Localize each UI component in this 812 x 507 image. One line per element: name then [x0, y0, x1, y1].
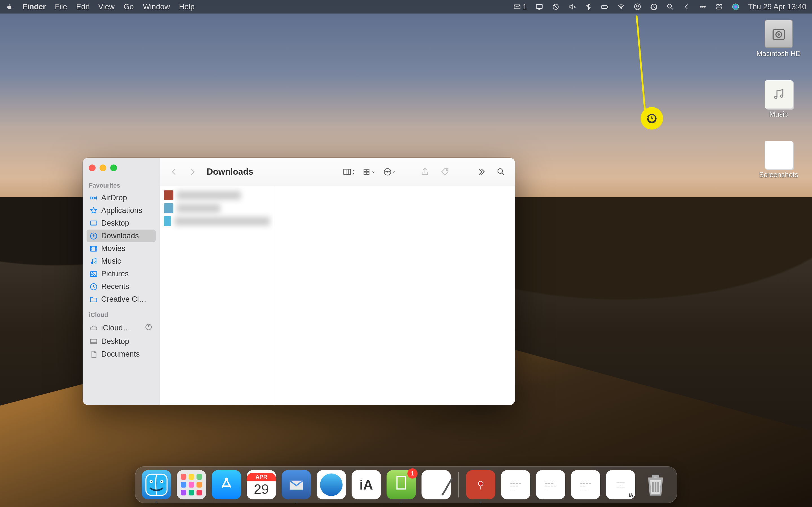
battery-icon[interactable] — [601, 3, 609, 11]
svg-point-47 — [150, 481, 153, 483]
control-center-icon[interactable] — [715, 3, 723, 11]
nav-forward-button[interactable] — [186, 166, 199, 178]
sidebar-item-airdrop[interactable]: AirDrop — [87, 191, 156, 204]
sidebar-item-icloud-desktop[interactable]: Desktop — [87, 335, 156, 348]
file-column[interactable]: ████████ ████ ██████████████ — [160, 186, 274, 405]
dock-green-app[interactable]: 1 — [387, 470, 416, 499]
more-icon[interactable] — [699, 3, 707, 11]
dock-safari[interactable] — [317, 470, 346, 499]
menu-file[interactable]: File — [55, 3, 67, 11]
svg-rect-1 — [536, 4, 542, 8]
finder-content: ████████ ████ ██████████████ — [160, 186, 515, 405]
calendar-month: APR — [247, 473, 276, 482]
dock-calendar[interactable]: APR 29 — [247, 470, 276, 499]
dock-minimized-window[interactable]: — — —— — — —— —— — — — [571, 470, 600, 499]
svg-point-11 — [702, 6, 703, 7]
menu-help[interactable]: Help — [179, 3, 195, 11]
file-row[interactable]: ████ — [160, 202, 274, 215]
svg-rect-34 — [91, 339, 97, 343]
dock-launchpad[interactable] — [177, 470, 206, 499]
menu-go[interactable]: Go — [124, 3, 134, 11]
menu-datetime[interactable]: Thu 29 Apr 13:40 — [748, 3, 806, 11]
dock-thunderbird[interactable] — [282, 470, 311, 499]
share-button[interactable] — [419, 166, 431, 178]
preview-column — [274, 186, 515, 405]
window-controls — [87, 163, 156, 179]
sidebar-item-creative-cloud[interactable]: Creative Cl… — [87, 293, 156, 305]
sidebar-item-pictures[interactable]: Pictures — [87, 268, 156, 280]
apple-menu[interactable] — [6, 3, 13, 11]
finder-toolbar: Downloads — [160, 158, 515, 186]
finder-window: Favourites AirDrop Applications Desktop … — [83, 158, 515, 405]
display-icon[interactable] — [536, 3, 543, 11]
dock-finder[interactable] — [142, 470, 171, 499]
mail-badge-count: 1 — [523, 3, 527, 11]
svg-point-41 — [386, 171, 387, 172]
fullscreen-button[interactable] — [110, 165, 117, 171]
sidebar-item-label: AirDrop — [101, 193, 127, 202]
siri-icon[interactable] — [732, 3, 740, 11]
calendar-day: 29 — [254, 482, 269, 497]
sidebar-item-applications[interactable]: Applications — [87, 204, 156, 217]
svg-rect-37 — [367, 169, 369, 171]
desktop-screenshots-folder[interactable]: Screenshots — [759, 141, 798, 179]
menu-window[interactable]: Window — [143, 3, 170, 11]
svg-point-24 — [93, 197, 95, 199]
dock-app-store[interactable] — [212, 470, 241, 499]
menu-edit[interactable]: Edit — [76, 3, 89, 11]
tags-button[interactable] — [439, 166, 451, 178]
sidebar-item-movies[interactable]: Movies — [87, 242, 156, 255]
sidebar-item-desktop[interactable]: Desktop — [87, 217, 156, 230]
music-file-icon — [765, 80, 793, 108]
sidebar-item-label: Desktop — [101, 337, 129, 346]
desktop-icon-label: Music — [769, 110, 788, 118]
sidebar-item-icloud-documents[interactable]: Documents — [87, 348, 156, 360]
desktop-music-folder[interactable]: Music — [765, 80, 793, 118]
dock-trash[interactable] — [641, 470, 670, 499]
mail-status-icon[interactable]: 1 — [513, 3, 527, 11]
dock-recent-app[interactable] — [466, 470, 495, 499]
dock-minimized-window[interactable]: — — — —— — —— — — —— — [536, 470, 565, 499]
user-icon[interactable] — [633, 3, 642, 11]
icloud-sync-icon — [144, 323, 153, 333]
do-not-disturb-icon[interactable] — [552, 3, 560, 11]
action-menu-button[interactable] — [383, 166, 396, 178]
time-machine-menu-icon[interactable] — [650, 3, 658, 11]
nav-back-button[interactable] — [168, 166, 180, 178]
sidebar-item-music[interactable]: Music — [87, 255, 156, 268]
menu-view[interactable]: View — [98, 3, 115, 11]
sidebar-item-label: Desktop — [101, 219, 129, 228]
close-button[interactable] — [89, 165, 96, 171]
svg-point-9 — [668, 4, 672, 8]
file-row[interactable]: ██████████████ — [160, 215, 274, 228]
bluetooth-icon[interactable] — [585, 3, 592, 11]
minimize-button[interactable] — [100, 165, 106, 171]
file-thumbnail — [164, 203, 173, 213]
svg-rect-27 — [91, 246, 97, 251]
spotlight-icon[interactable] — [666, 3, 674, 11]
dock-minimized-window[interactable]: — — —— —— — —iA — [606, 470, 635, 499]
svg-rect-18 — [773, 30, 784, 40]
app-name[interactable]: Finder — [22, 3, 46, 11]
search-button[interactable] — [495, 166, 507, 178]
volume-muted-icon[interactable] — [568, 3, 576, 11]
view-options-button[interactable] — [363, 166, 375, 178]
file-name: ████ — [177, 204, 220, 213]
view-columns-button[interactable] — [343, 166, 355, 178]
file-name: ██████████████ — [174, 217, 270, 226]
svg-rect-4 — [607, 6, 608, 8]
wifi-icon[interactable] — [617, 3, 625, 11]
svg-rect-39 — [367, 172, 369, 174]
sidebar-item-recents[interactable]: Recents — [87, 280, 156, 293]
desktop-macintosh-hd[interactable]: Macintosh HD — [756, 20, 801, 58]
dock-separator — [458, 472, 459, 497]
sidebar-item-downloads[interactable]: Downloads — [87, 230, 156, 242]
dock-minimized-window[interactable]: — — —— — — —— — —— — — [501, 470, 530, 499]
sidebar-item-label: Music — [101, 257, 121, 266]
dock-textedit[interactable] — [421, 470, 451, 499]
sidebar-item-icloud-drive[interactable]: iCloud… — [87, 321, 156, 335]
dock-ia-writer[interactable]: iA — [352, 470, 381, 499]
overflow-button[interactable] — [474, 166, 487, 178]
back-icon[interactable] — [682, 3, 691, 11]
file-row[interactable]: ████████ — [160, 189, 274, 202]
